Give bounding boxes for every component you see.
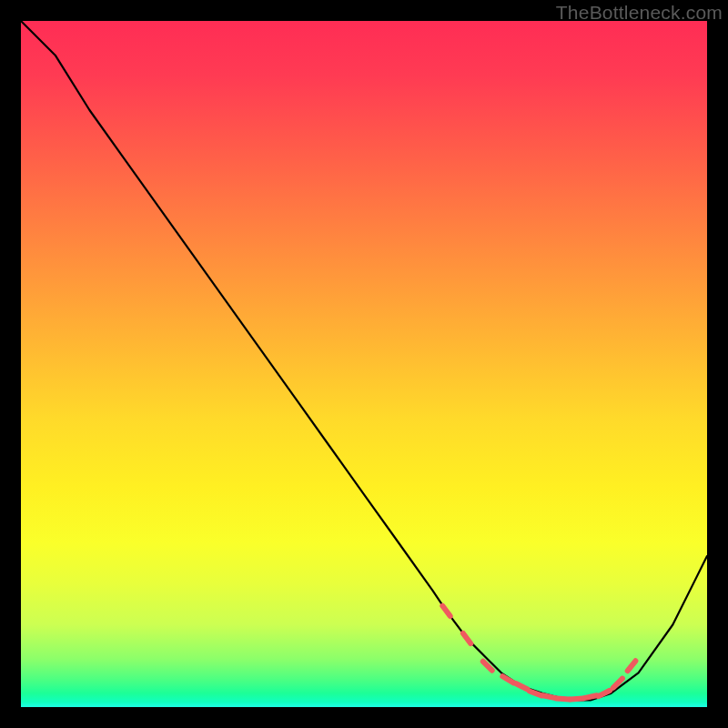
chart-plot-area xyxy=(21,21,707,707)
marker-dash xyxy=(502,676,513,682)
chart-svg xyxy=(21,21,707,707)
marker-dash xyxy=(571,698,583,699)
marker-dash xyxy=(463,633,470,643)
marker-dash xyxy=(543,695,556,698)
marker-dash xyxy=(599,691,611,696)
bottleneck-curve xyxy=(21,21,707,701)
marker-dash xyxy=(628,661,636,671)
optimal-range-markers xyxy=(442,606,635,700)
marker-dash xyxy=(442,606,450,616)
chart-frame: TheBottleneck.com xyxy=(0,0,728,728)
marker-dash xyxy=(584,695,597,698)
marker-dash xyxy=(557,698,570,699)
watermark-text: TheBottleneck.com xyxy=(556,2,723,24)
marker-dash xyxy=(516,683,528,689)
